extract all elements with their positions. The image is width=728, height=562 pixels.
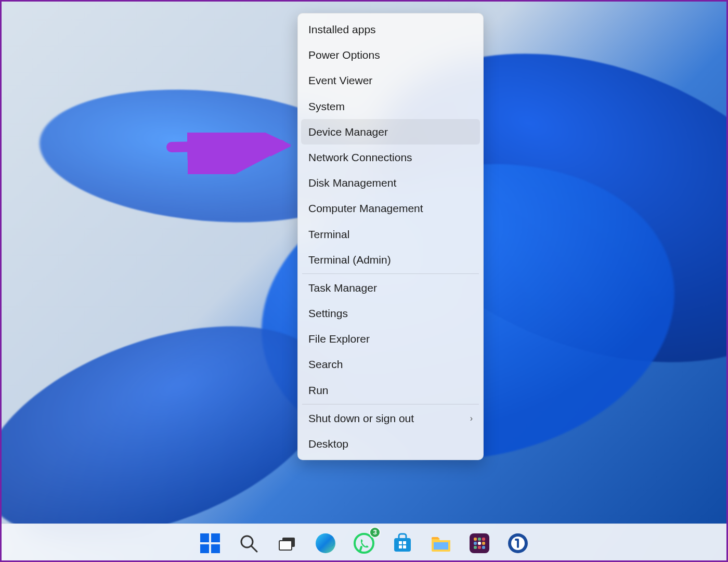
taskbar: 3 [0, 524, 728, 562]
svg-rect-14 [403, 541, 406, 544]
menu-item-label: File Explorer [308, 332, 370, 345]
menu-item-search[interactable]: Search [301, 351, 480, 377]
menu-item-settings[interactable]: Settings [301, 300, 480, 326]
menu-item-label: Settings [308, 307, 348, 320]
menu-item-label: Network Connections [308, 151, 412, 164]
svg-rect-2 [200, 533, 209, 542]
taskbar-taskview-button[interactable] [274, 530, 301, 557]
menu-item-event-viewer[interactable]: Event Viewer [301, 68, 480, 93]
menu-item-label: Event Viewer [308, 74, 372, 87]
1password-icon [507, 532, 529, 554]
notification-badge: 3 [369, 527, 381, 538]
taskbar-file-explorer-button[interactable] [427, 530, 454, 557]
menu-item-label: Disk Management [308, 176, 396, 189]
svg-rect-27 [482, 546, 485, 549]
menu-item-device-manager[interactable]: Device Manager [301, 119, 480, 145]
task-view-icon [277, 533, 297, 554]
menu-item-run[interactable]: Run [301, 377, 480, 403]
edge-icon [315, 532, 336, 554]
svg-rect-25 [474, 546, 477, 549]
menu-item-task-manager[interactable]: Task Manager [301, 275, 480, 300]
menu-item-label: Terminal (Admin) [308, 253, 391, 266]
svg-rect-31 [515, 539, 518, 541]
winx-context-menu: Installed appsPower OptionsEvent ViewerS… [297, 13, 484, 460]
svg-rect-21 [482, 538, 485, 541]
folder-icon [430, 532, 452, 555]
svg-rect-19 [474, 538, 477, 541]
menu-item-label: Search [308, 358, 343, 371]
svg-rect-22 [474, 542, 477, 545]
menu-item-system[interactable]: System [301, 94, 480, 119]
menu-item-label: Shut down or sign out [308, 412, 414, 425]
svg-point-6 [241, 536, 253, 547]
menu-item-file-explorer[interactable]: File Explorer [301, 326, 480, 351]
svg-rect-5 [211, 544, 220, 553]
menu-item-installed-apps[interactable]: Installed apps [301, 17, 480, 42]
taskbar-app-button[interactable] [466, 530, 493, 557]
taskbar-1password-button[interactable] [504, 530, 531, 557]
taskbar-whatsapp-button[interactable]: 3 [350, 530, 378, 557]
svg-line-7 [252, 546, 257, 552]
menu-separator [302, 404, 479, 404]
menu-item-power-options[interactable]: Power Options [301, 42, 480, 68]
menu-item-network-connections[interactable]: Network Connections [301, 145, 480, 170]
svg-rect-16 [403, 545, 406, 548]
menu-item-label: Computer Management [308, 202, 423, 215]
svg-rect-20 [478, 538, 481, 541]
menu-item-disk-management[interactable]: Disk Management [301, 170, 480, 195]
menu-item-label: Run [308, 384, 329, 397]
svg-rect-4 [200, 544, 209, 553]
taskbar-search-button[interactable] [235, 530, 262, 557]
taskbar-store-button[interactable] [389, 530, 416, 557]
svg-rect-23 [478, 542, 481, 545]
svg-rect-26 [478, 546, 481, 549]
svg-rect-9 [279, 541, 292, 550]
store-icon [392, 532, 413, 554]
svg-rect-13 [399, 541, 402, 544]
windows-logo-icon [200, 533, 220, 553]
taskbar-start-button[interactable] [197, 530, 224, 557]
svg-rect-12 [394, 538, 411, 552]
menu-separator [302, 273, 479, 274]
menu-item-terminal-admin[interactable]: Terminal (Admin) [301, 247, 480, 272]
svg-rect-24 [482, 542, 485, 545]
svg-point-10 [316, 533, 335, 553]
menu-item-label: Desktop [308, 437, 348, 450]
app-grid-icon [469, 532, 490, 554]
menu-item-shut-down-or-sign-out[interactable]: Shut down or sign out› [301, 406, 480, 431]
menu-item-label: System [308, 100, 345, 113]
chevron-right-icon: › [470, 413, 473, 423]
menu-item-terminal[interactable]: Terminal [301, 221, 480, 247]
menu-item-label: Terminal [308, 228, 349, 241]
menu-item-label: Task Manager [308, 281, 377, 294]
menu-item-label: Device Manager [308, 125, 388, 138]
menu-item-desktop[interactable]: Desktop [301, 431, 480, 456]
menu-item-label: Power Options [308, 48, 380, 61]
menu-item-label: Installed apps [308, 23, 376, 36]
svg-rect-15 [399, 545, 402, 548]
svg-rect-17 [434, 542, 448, 550]
taskbar-edge-button[interactable] [312, 530, 339, 557]
search-icon [238, 533, 259, 554]
menu-item-computer-management[interactable]: Computer Management [301, 195, 480, 221]
svg-rect-3 [211, 533, 220, 542]
